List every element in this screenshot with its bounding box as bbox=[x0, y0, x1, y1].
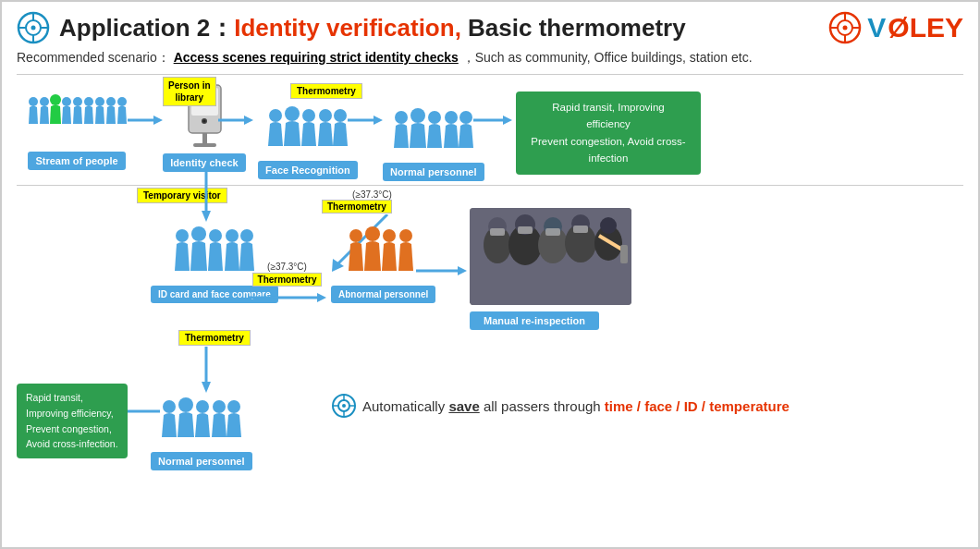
save-highlights: time / face / ID / temperature bbox=[605, 398, 790, 414]
arrow-2 bbox=[218, 111, 253, 133]
svg-point-21 bbox=[106, 97, 116, 106]
badge-thermometry-low: Thermometry bbox=[178, 330, 251, 346]
svg-point-40 bbox=[334, 109, 347, 122]
svg-marker-24 bbox=[153, 116, 163, 125]
svg-point-39 bbox=[319, 109, 332, 122]
badge-thermometry-top: Thermometry bbox=[290, 83, 362, 99]
svg-point-2 bbox=[31, 26, 36, 30]
svg-rect-83 bbox=[573, 226, 588, 233]
people-group-svg-3 bbox=[173, 222, 256, 282]
benefit-box-top: Rapid transit, Improving efficiencyPreve… bbox=[516, 92, 701, 175]
people-group-svg-2 bbox=[392, 104, 475, 159]
header: Application 2：Identity verification, Bas… bbox=[17, 11, 963, 44]
arrow-1 bbox=[128, 111, 163, 133]
svg-marker-51 bbox=[202, 211, 211, 222]
svg-rect-81 bbox=[518, 226, 533, 234]
svg-point-56 bbox=[240, 229, 253, 242]
header-left: Application 2：Identity verification, Bas… bbox=[17, 11, 686, 44]
svg-marker-58 bbox=[202, 382, 211, 393]
svg-point-19 bbox=[84, 97, 93, 106]
divider bbox=[17, 74, 963, 75]
mid-divider bbox=[17, 185, 963, 186]
flow-stream-of-people: Stream of people bbox=[26, 83, 128, 170]
scenario-bar: Recommended scenario： Access scenes requ… bbox=[17, 50, 963, 67]
arrow-4 bbox=[473, 111, 512, 133]
svg-point-88 bbox=[163, 400, 176, 413]
svg-point-66 bbox=[399, 229, 412, 242]
logo: VØLEY bbox=[825, 11, 963, 44]
svg-point-64 bbox=[365, 226, 380, 241]
people-group-svg-4 bbox=[160, 393, 243, 448]
svg-point-91 bbox=[213, 400, 226, 413]
benefit-box-bottom: Rapid transit, Improving efficiency, Pre… bbox=[17, 384, 128, 458]
svg-point-18 bbox=[73, 97, 82, 106]
svg-point-92 bbox=[227, 400, 240, 413]
arrow-right-reinspect bbox=[416, 262, 467, 284]
badge-person-in-library: Person inlibrary bbox=[163, 77, 216, 106]
svg-point-52 bbox=[176, 229, 189, 242]
svg-point-9 bbox=[843, 26, 848, 30]
svg-point-33 bbox=[202, 120, 205, 123]
temp-threshold-2: (≥37.3°C) bbox=[267, 262, 307, 272]
svg-point-22 bbox=[117, 97, 127, 106]
svg-point-90 bbox=[196, 400, 209, 413]
arrow-down-1 bbox=[197, 171, 215, 226]
flow-normal-personnel-bottom: Normal personnel bbox=[151, 393, 252, 470]
label-manual-reinspect: Manual re-inspection bbox=[470, 311, 599, 330]
logo-rest: ØLEY bbox=[888, 12, 963, 43]
badge-thermometry-mid-2: Thermometry bbox=[252, 273, 323, 287]
svg-point-95 bbox=[342, 404, 346, 408]
svg-marker-60 bbox=[317, 293, 326, 302]
logo-v: V bbox=[867, 12, 886, 43]
svg-point-36 bbox=[269, 109, 282, 122]
svg-point-15 bbox=[40, 97, 49, 106]
svg-point-54 bbox=[209, 229, 222, 242]
svg-rect-82 bbox=[545, 228, 560, 236]
svg-point-47 bbox=[459, 111, 472, 124]
flow-normal-personnel: Normal personnel bbox=[383, 83, 484, 181]
target-icon bbox=[331, 393, 357, 419]
svg-point-16 bbox=[50, 94, 61, 105]
arrow-right-to-abnormal: (≥37.3°C) Thermometry bbox=[248, 262, 326, 307]
abnormal-people-svg bbox=[347, 222, 421, 282]
flow-face-recognition: Thermometry bbox=[253, 83, 362, 179]
arrow-down-2 bbox=[197, 347, 215, 396]
save-line-text: Automatically save all passers through t… bbox=[362, 398, 790, 414]
badge-thermometry-mid: Thermometry bbox=[322, 200, 392, 214]
svg-marker-68 bbox=[458, 266, 467, 275]
svg-marker-49 bbox=[503, 116, 512, 125]
svg-point-89 bbox=[178, 397, 193, 412]
svg-marker-35 bbox=[244, 116, 253, 125]
svg-point-44 bbox=[410, 108, 425, 123]
svg-point-53 bbox=[191, 226, 206, 241]
logo-icon bbox=[825, 11, 865, 44]
main-layout: Stream of people bbox=[17, 79, 963, 549]
svg-point-20 bbox=[95, 97, 104, 106]
svg-rect-85 bbox=[620, 245, 628, 263]
svg-point-43 bbox=[395, 111, 408, 124]
svg-point-38 bbox=[302, 109, 315, 122]
svg-point-14 bbox=[29, 97, 38, 106]
svg-point-17 bbox=[62, 97, 71, 106]
photo-box bbox=[470, 208, 631, 305]
people-queue-svg bbox=[26, 83, 128, 148]
svg-point-45 bbox=[428, 111, 441, 124]
svg-point-63 bbox=[349, 229, 362, 242]
svg-rect-80 bbox=[490, 228, 505, 236]
temp-threshold-1: (≥37.3°C) bbox=[352, 189, 392, 200]
page-title: Application 2：Identity verification, Bas… bbox=[59, 12, 686, 44]
people-group-svg-1 bbox=[266, 102, 349, 157]
svg-point-79 bbox=[600, 217, 617, 234]
arrow-3 bbox=[348, 111, 383, 133]
save-line-container: Automatically save all passers through t… bbox=[331, 393, 790, 419]
app-icon bbox=[17, 11, 50, 44]
svg-point-65 bbox=[383, 229, 396, 242]
svg-point-46 bbox=[445, 111, 458, 124]
svg-rect-26 bbox=[193, 143, 216, 147]
svg-marker-42 bbox=[374, 116, 383, 125]
crowd-photo-svg bbox=[470, 208, 631, 305]
svg-point-37 bbox=[285, 106, 300, 121]
svg-point-55 bbox=[226, 229, 239, 242]
